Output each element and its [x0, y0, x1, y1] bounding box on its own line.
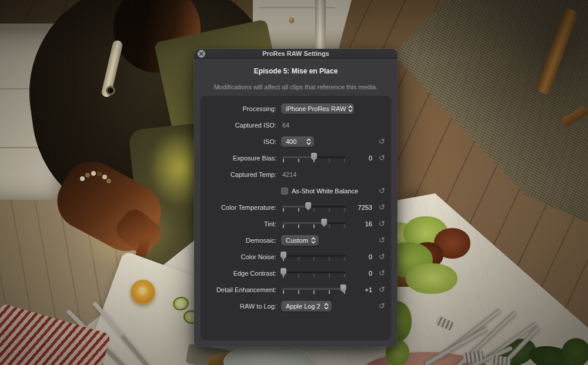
- modification-note: Modifications will affect all clips that…: [194, 83, 397, 91]
- demosaic-dropdown[interactable]: Custom: [281, 235, 319, 246]
- setting-value: 0: [346, 270, 372, 277]
- screen: ProRes RAW Settings Episode 5: Mise en P…: [0, 0, 588, 365]
- setting-label: RAW to Log:: [208, 303, 281, 310]
- setting-row-exposure-bias: Exposure Bias:0↺: [201, 150, 391, 166]
- settings-panel: Processing:iPhone ProRes RAWCaptured ISO…: [201, 96, 391, 340]
- slider-thumb[interactable]: [340, 284, 346, 293]
- setting-label: Color Noise:: [208, 253, 281, 260]
- chevron-up-down-icon: [306, 138, 311, 145]
- lettuce: [406, 263, 457, 294]
- slider-tick: [313, 274, 315, 277]
- setting-control-area: [281, 268, 346, 279]
- media-title: Episode 5: Mise en Place: [194, 67, 397, 75]
- slider-tick: [329, 208, 330, 212]
- as-shot-white-balance-checkbox[interactable]: [281, 187, 288, 195]
- reset-button[interactable]: ↺: [372, 269, 385, 277]
- iso-dropdown[interactable]: 400: [281, 136, 314, 147]
- slider-thumb[interactable]: [321, 219, 328, 227]
- color-noise-slider[interactable]: [282, 252, 346, 262]
- setting-row-iso: ISO:400↺: [201, 133, 391, 150]
- setting-label: Processing:: [208, 105, 281, 112]
- reset-button[interactable]: ↺: [372, 302, 385, 310]
- slider-tick: [283, 208, 284, 212]
- slider-fill: [282, 288, 343, 290]
- setting-control-area: [281, 284, 346, 295]
- setting-label: Edge Contrast:: [208, 270, 281, 277]
- setting-row-edge-contrast: Edge Contrast:0↺: [201, 265, 391, 282]
- reset-button[interactable]: ↺: [372, 154, 385, 162]
- reset-button[interactable]: ↺: [372, 187, 385, 195]
- slider-tick: [329, 159, 330, 162]
- setting-control-area: [281, 202, 346, 213]
- captured-temp-value: 4214: [281, 171, 296, 178]
- chevron-up-down-icon: [324, 303, 329, 310]
- setting-value: +1: [346, 286, 372, 293]
- color-temperature-slider[interactable]: [282, 202, 346, 213]
- dropdown-value: Apple Log 2: [286, 303, 320, 310]
- setting-control-area: 64: [281, 122, 346, 129]
- white-table-leg: [315, 0, 326, 51]
- slider-tick: [344, 208, 345, 212]
- checkbox-label: As-Shot White Balance: [292, 187, 358, 195]
- setting-label: Tint:: [208, 220, 281, 227]
- slider-thumb[interactable]: [305, 202, 312, 210]
- dropdown-value: iPhone ProRes RAW: [286, 105, 346, 112]
- setting-control-area: iPhone ProRes RAW: [281, 103, 346, 114]
- tint-slider[interactable]: [282, 219, 346, 229]
- setting-row-color-noise: Color Noise:0↺: [201, 249, 391, 265]
- slider-tick: [298, 159, 299, 162]
- slider-track: [282, 255, 346, 257]
- dropdown-value: 400: [286, 138, 296, 145]
- prores-raw-settings-dialog: ProRes RAW Settings Episode 5: Mise en P…: [194, 49, 397, 347]
- slider-tick: [283, 290, 284, 294]
- fork-tines: [490, 355, 511, 365]
- setting-label: ISO:: [208, 138, 281, 145]
- setting-control-area: [281, 219, 346, 229]
- slider-tick: [298, 290, 299, 294]
- dialog-titlebar: ProRes RAW Settings: [194, 49, 397, 59]
- setting-row-tint: Tint:16↺: [201, 216, 391, 232]
- setting-row-as-shot-white-balance: As-Shot White Balance↺: [201, 183, 391, 199]
- exposure-bias-slider[interactable]: [282, 153, 346, 163]
- setting-label: Captured ISO:: [208, 122, 281, 129]
- setting-label: Detail Enhancement:: [208, 286, 281, 293]
- edge-contrast-slider[interactable]: [282, 268, 346, 279]
- raw-to-log-dropdown[interactable]: Apple Log 2: [281, 301, 332, 312]
- slider-tick: [344, 225, 345, 228]
- detail-enhancement-slider[interactable]: [282, 284, 346, 295]
- setting-control-area: 400: [281, 136, 346, 147]
- setting-row-detail-enhancement: Detail Enhancement:+1↺: [201, 282, 391, 298]
- reset-button[interactable]: ↺: [372, 236, 385, 245]
- chevron-up-down-icon: [348, 105, 353, 112]
- slider-tick: [329, 274, 330, 277]
- slider-tick: [344, 159, 345, 162]
- slider-thumb[interactable]: [280, 268, 287, 276]
- slider-tick: [344, 257, 345, 261]
- reset-button[interactable]: ↺: [372, 138, 385, 146]
- slider-thumb[interactable]: [280, 252, 287, 260]
- setting-label: Color Temperature:: [208, 204, 281, 211]
- reset-button[interactable]: ↺: [372, 253, 385, 261]
- setting-row-processing: Processing:iPhone ProRes RAW: [201, 101, 391, 117]
- slider-thumb[interactable]: [311, 153, 318, 161]
- chevron-up-down-icon: [348, 105, 353, 112]
- processing-dropdown[interactable]: iPhone ProRes RAW: [281, 103, 354, 114]
- slider-fill: [282, 222, 324, 224]
- slider-fill: [282, 156, 314, 158]
- slider-tick: [313, 257, 315, 261]
- setting-control-area: [281, 252, 346, 262]
- setting-control-area: Custom: [281, 235, 346, 246]
- setting-row-color-temperature: Color Temperature:7253↺: [201, 199, 391, 216]
- setting-row-demosaic: Demosaic:Custom↺: [201, 232, 391, 249]
- setting-value: 16: [346, 220, 372, 227]
- reset-button[interactable]: ↺: [372, 203, 385, 212]
- setting-row-captured-temp: Captured Temp:4214: [201, 166, 391, 183]
- slider-tick: [283, 225, 284, 228]
- bead-bracelet: [80, 176, 85, 181]
- setting-control-area: [281, 153, 346, 163]
- brass-knob: [289, 18, 294, 22]
- setting-label: Captured Temp:: [208, 171, 281, 178]
- reset-button[interactable]: ↺: [372, 220, 385, 228]
- slider-tick: [298, 257, 299, 261]
- reset-button[interactable]: ↺: [372, 286, 385, 294]
